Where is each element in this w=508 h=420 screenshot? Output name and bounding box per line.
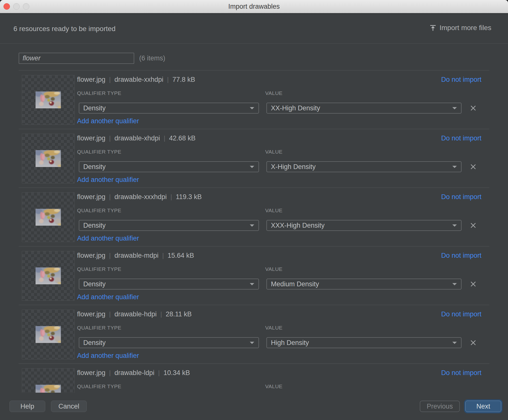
file-title-line: flower.jpg | drawable-ldpi | 10.34 kB [77,368,190,377]
resource-row: flower.jpg | drawable-xxxhdpi | 119.3 kB… [19,187,489,246]
value-selected: Medium Density [271,280,319,288]
chevron-down-icon [250,224,254,227]
file-name: flower.jpg [77,252,105,259]
qualifier-type-dropdown[interactable]: Density [79,220,259,231]
resource-row: flower.jpg | drawable-hdpi | 28.11 kB Do… [19,305,489,363]
add-another-qualifier-link[interactable]: Add another qualifier [77,351,139,360]
file-name: flower.jpg [77,76,105,84]
remove-qualifier-button[interactable] [467,279,479,290]
resources-summary: 6 resources ready to be imported [13,25,116,33]
thumbnail [22,134,75,183]
divider: | [109,135,111,142]
upload-icon [429,24,437,32]
file-size: 28.11 kB [166,310,192,318]
resource-row: flower.jpg | drawable-xhdpi | 42.68 kB D… [19,129,489,187]
folder-name: drawable-xhdpi [115,134,160,142]
add-another-qualifier-link[interactable]: Add another qualifier [77,117,139,125]
divider: | [167,76,169,83]
next-button[interactable]: Next [465,401,501,412]
qualifier-type-selected: Density [83,339,106,347]
value-selected: X-High Density [271,163,316,171]
value-label: VALUE [265,207,283,214]
thumbnail [22,192,75,242]
qualifier-type-dropdown[interactable]: Density [79,337,259,348]
items-count: (6 items) [139,53,165,64]
add-another-qualifier-link[interactable]: Add another qualifier [77,175,139,184]
file-size: 10.34 kB [164,369,190,377]
qualifier-type-dropdown[interactable]: Density [79,103,259,114]
thumbnail [22,368,75,393]
value-dropdown[interactable]: Medium Density [266,279,462,290]
value-selected: High Density [271,339,309,347]
thumbnail-image [36,91,61,108]
do-not-import-link[interactable]: Do not import [441,310,481,319]
file-name: flower.jpg [77,369,105,377]
thumbnail [22,75,75,125]
thumbnail [22,251,75,301]
value-selected: XXX-High Density [271,222,325,229]
filter-input[interactable] [19,53,134,64]
divider: | [162,252,164,259]
thumbnail [22,310,75,359]
add-another-qualifier-link[interactable]: Add another qualifier [77,234,139,243]
file-title-line: flower.jpg | drawable-xhdpi | 42.68 kB [77,134,196,143]
do-not-import-link[interactable]: Do not import [441,251,481,260]
value-label: VALUE [265,148,283,156]
value-dropdown[interactable]: XXX-High Density [266,220,462,231]
do-not-import-link[interactable]: Do not import [441,134,481,143]
titlebar: Import drawables [0,0,508,13]
chevron-down-icon [452,166,457,168]
do-not-import-link[interactable]: Do not import [441,368,481,377]
value-label: VALUE [265,324,283,332]
divider: | [109,76,111,83]
cancel-button[interactable]: Cancel [51,401,87,412]
qualifier-type-selected: Density [83,280,106,288]
close-icon [469,222,477,229]
close-icon [469,280,477,288]
chevron-down-icon [250,107,254,110]
qualifier-type-dropdown[interactable]: Density [79,161,259,172]
previous-button[interactable]: Previous [420,401,460,412]
file-size: 119.3 kB [176,193,202,201]
do-not-import-link[interactable]: Do not import [441,192,481,201]
resource-row: flower.jpg | drawable-ldpi | 10.34 kB Do… [19,363,489,393]
file-size: 42.68 kB [169,134,196,142]
remove-qualifier-button[interactable] [467,161,479,172]
remove-qualifier-button[interactable] [467,103,479,114]
file-size: 77.8 kB [172,76,195,84]
value-dropdown[interactable]: XX-High Density [266,103,462,114]
remove-qualifier-button[interactable] [467,220,479,231]
thumbnail-image [36,150,61,167]
value-dropdown[interactable]: High Density [266,337,462,348]
thumbnail-image [36,385,61,393]
chevron-down-icon [452,283,457,286]
resource-list: flower.jpg | drawable-xxhdpi | 77.8 kB D… [0,70,508,393]
thumbnail-image [36,209,61,226]
remove-qualifier-button[interactable] [467,337,479,348]
do-not-import-link[interactable]: Do not import [441,75,481,84]
value-label: VALUE [265,383,283,390]
folder-name: drawable-xxxhdpi [115,193,167,201]
folder-name: drawable-hdpi [115,310,157,318]
import-more-files-button[interactable]: Import more files [429,24,492,32]
thumbnail-image [36,326,61,343]
file-title-line: flower.jpg | drawable-xxhdpi | 77.8 kB [77,75,195,84]
add-another-qualifier-link[interactable]: Add another qualifier [77,293,139,301]
divider: | [164,135,166,142]
qualifier-type-selected: Density [83,163,106,171]
value-dropdown[interactable]: X-High Density [266,161,462,172]
qualifier-type-label: QUALIFIER TYPE [77,148,121,156]
qualifier-type-label: QUALIFIER TYPE [77,324,121,332]
chevron-down-icon [250,341,254,344]
divider: | [109,193,111,201]
close-icon [469,104,477,112]
file-title-line: flower.jpg | drawable-xxxhdpi | 119.3 kB [77,192,202,201]
thumbnail-image [36,267,61,284]
chevron-down-icon [250,166,254,168]
file-name: flower.jpg [77,134,105,142]
qualifier-type-label: QUALIFIER TYPE [77,383,121,390]
folder-name: drawable-mdpi [115,252,159,259]
file-size: 15.64 kB [168,252,194,259]
help-button[interactable]: Help [9,401,45,412]
qualifier-type-dropdown[interactable]: Density [79,279,259,290]
